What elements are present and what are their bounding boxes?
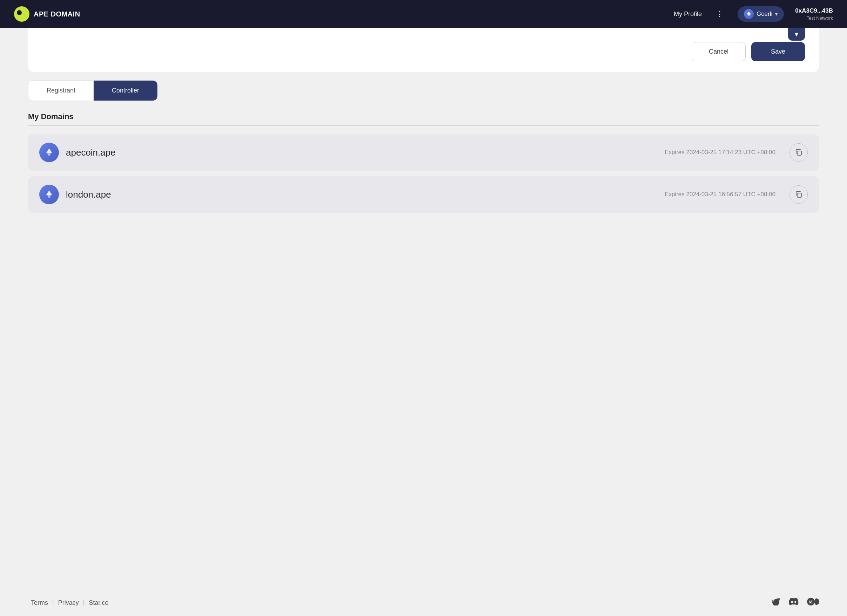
eth-network-icon — [744, 9, 754, 19]
twitter-icon[interactable] — [771, 598, 781, 607]
domain-expires-london: Expires 2024-03-25 16:56:57 UTC +08:00 — [665, 191, 775, 198]
more-menu-button[interactable]: ⋮ — [713, 8, 726, 20]
svg-text:M: M — [809, 600, 813, 604]
copy-icon-apecoin — [795, 149, 803, 156]
medium-icon[interactable]: M — [807, 598, 819, 607]
domain-eth-icon-apecoin — [39, 143, 59, 162]
cancel-button[interactable]: Cancel — [692, 42, 746, 61]
footer-links: Terms | Privacy | Star.co — [28, 599, 111, 607]
main-content: ▼ Cancel Save Registrant Controller My D… — [0, 28, 847, 589]
domain-name-london: london.ape — [66, 189, 658, 200]
terms-link[interactable]: Terms — [28, 599, 51, 607]
social-icons: M — [771, 598, 819, 607]
footer-sep-1: | — [52, 599, 54, 607]
svg-point-1 — [17, 10, 22, 15]
my-profile-link[interactable]: My Profile — [674, 10, 702, 18]
wallet-address: 0xA3C9...43B — [795, 7, 833, 15]
svg-point-13 — [817, 599, 819, 604]
svg-marker-5 — [46, 149, 52, 154]
wallet-info: 0xA3C9...43B Test Network — [795, 7, 833, 21]
footer-sep-2: | — [83, 599, 85, 607]
svg-rect-7 — [797, 151, 801, 155]
copy-icon-london — [795, 191, 803, 198]
domain-eth-icon-london — [39, 185, 59, 204]
svg-marker-8 — [46, 191, 52, 196]
top-card: ▼ Cancel Save — [28, 28, 819, 72]
svg-rect-10 — [797, 193, 801, 197]
discord-icon[interactable] — [789, 598, 798, 607]
registrant-tab[interactable]: Registrant — [28, 81, 94, 100]
copy-button-apecoin[interactable] — [789, 143, 808, 162]
network-name: Goerli — [757, 10, 772, 18]
svg-point-2 — [21, 13, 25, 16]
section-divider — [28, 125, 819, 126]
starco-link[interactable]: Star.co — [86, 599, 111, 607]
privacy-link[interactable]: Privacy — [55, 599, 82, 607]
footer: Terms | Privacy | Star.co M — [0, 589, 847, 616]
chevron-down-icon: ▾ — [775, 11, 778, 17]
copy-button-london[interactable] — [789, 186, 808, 203]
logo-area[interactable]: APE DOMAIN — [14, 6, 80, 22]
domain-card-london: london.ape Expires 2024-03-25 16:56:57 U… — [28, 176, 819, 213]
domain-card-apecoin: apecoin.ape Expires 2024-03-25 17:14:23 … — [28, 134, 819, 171]
network-selector[interactable]: Goerli ▾ — [738, 6, 784, 22]
my-domains-title: My Domains — [28, 112, 819, 121]
navbar: APE DOMAIN My Profile ⋮ Goerli ▾ 0xA3C9.… — [0, 0, 847, 28]
logo-icon — [14, 6, 30, 22]
save-button[interactable]: Save — [751, 42, 805, 61]
domain-expires-apecoin: Expires 2024-03-25 17:14:23 UTC +08:00 — [665, 149, 775, 156]
dropdown-indicator: ▼ — [788, 28, 805, 41]
card-actions: Cancel Save — [692, 42, 805, 61]
registrant-controller-toggle: Registrant Controller — [28, 80, 158, 101]
wallet-network-label: Test Network — [795, 15, 833, 21]
controller-tab[interactable]: Controller — [94, 81, 157, 100]
logo-text: APE DOMAIN — [34, 10, 80, 18]
domain-name-apecoin: apecoin.ape — [66, 147, 658, 158]
